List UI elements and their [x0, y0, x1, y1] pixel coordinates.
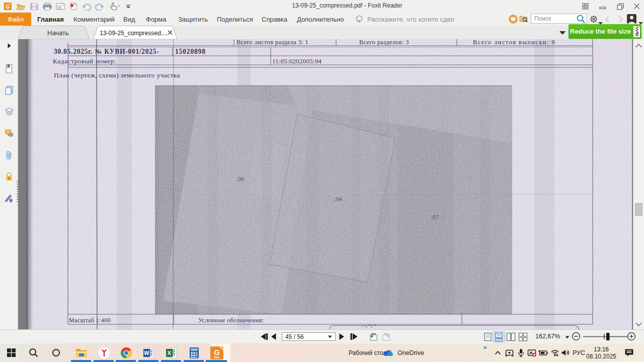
page-box-caret[interactable] [327, 335, 335, 339]
menu-extra[interactable]: Дополнительно [297, 13, 344, 26]
customize-quick-access-icon[interactable] [125, 1, 132, 12]
security-icon[interactable] [4, 171, 14, 182]
attachments-icon[interactable] [4, 150, 14, 160]
panel-resize-handle[interactable] [17, 181, 18, 203]
cadastral-map-scan: :96 :94 :97 [155, 85, 512, 314]
layout-grid-icon[interactable] [580, 2, 591, 11]
zoom-dropdown-caret[interactable] [565, 335, 570, 339]
running-indicator-calculator [184, 360, 204, 362]
battery-icon[interactable] [537, 343, 548, 362]
expand-panel-arrow-icon[interactable] [4, 41, 14, 51]
hand-tool-icon[interactable] [107, 1, 122, 12]
create-pdf-icon[interactable] [68, 1, 78, 12]
search-input[interactable] [531, 15, 576, 22]
toolbar-overflow-chevrons[interactable]: » [484, 344, 487, 351]
tab-list-dropdown-caret[interactable] [559, 31, 566, 35]
scrollbar-thumb[interactable] [635, 203, 642, 216]
page-number-value[interactable]: 45 / 56 [282, 333, 327, 340]
open-file-icon[interactable] [16, 1, 26, 12]
print-icon[interactable] [42, 1, 52, 12]
zoom-in-button[interactable] [627, 332, 636, 341]
previous-view-button[interactable] [368, 332, 379, 342]
chrome-icon[interactable] [115, 343, 137, 362]
screen-record-icon[interactable] [526, 343, 537, 362]
excel-icon[interactable]: X [160, 343, 183, 362]
scroll-up-arrow[interactable] [633, 42, 644, 50]
calculator-icon[interactable] [183, 343, 205, 362]
menu-home[interactable]: Главная [37, 13, 64, 26]
redo-icon[interactable] [94, 1, 105, 12]
foxit-reader-taskbar-icon[interactable]: GPDF [205, 343, 228, 362]
zoom-level-value[interactable]: 162,67% [535, 333, 560, 340]
vertical-scrollbar[interactable] [633, 39, 644, 329]
show-hidden-icons-chevron[interactable] [492, 343, 503, 362]
window-title: 13-09-25_compressed.pdf - Foxit Reader [282, 2, 413, 9]
yandex-browser-icon[interactable] [93, 343, 115, 362]
menu-file[interactable]: Файл [0, 13, 31, 26]
menu-help[interactable]: Справка [262, 13, 287, 26]
next-page-button[interactable] [339, 332, 345, 341]
plot-label-97: :97 [431, 214, 439, 221]
layout-single-page-button[interactable] [484, 332, 492, 341]
first-page-button[interactable] [259, 332, 269, 341]
svg-text:PDF: PDF [214, 355, 220, 358]
close-button[interactable] [631, 2, 642, 11]
word-icon[interactable]: W [137, 343, 160, 362]
minimize-button[interactable] [597, 2, 608, 11]
comments-icon[interactable] [4, 128, 14, 138]
plot-label-94: :94 [334, 196, 342, 203]
doc-scale-label: Масштаб 1:400 [69, 317, 111, 324]
onedrive-label[interactable]: OneDrive [397, 343, 424, 362]
favorite-heart-icon[interactable] [508, 14, 518, 26]
onedrive-icon[interactable] [381, 343, 396, 362]
action-center-icon[interactable] [622, 343, 636, 362]
email-icon[interactable] [55, 1, 65, 12]
layout-facing-button[interactable] [506, 332, 516, 341]
page-thumbnails-icon[interactable] [4, 85, 14, 95]
zoom-slider-thumb[interactable] [606, 333, 610, 340]
zoom-slider[interactable] [582, 332, 628, 341]
layout-continuous-button[interactable] [495, 332, 503, 341]
menu-comment[interactable]: Комментарий [73, 13, 115, 26]
file-explorer-icon[interactable] [70, 343, 93, 362]
language-indicator[interactable]: РУС [573, 343, 585, 362]
layers-icon[interactable] [4, 107, 14, 117]
save-icon[interactable] [29, 1, 39, 12]
foxit-logo-icon[interactable]: G [3, 1, 13, 12]
cortana-icon[interactable] [45, 343, 67, 362]
volume-icon[interactable] [560, 343, 571, 362]
menu-form[interactable]: Форма [146, 13, 167, 26]
display-connect-icon[interactable] [504, 343, 515, 362]
running-indicator-excel [161, 360, 181, 362]
title-bar: G [0, 0, 644, 13]
tab-start-label[interactable]: Начать [47, 29, 69, 37]
digital-signatures-icon[interactable] [4, 193, 14, 203]
microphone-icon[interactable] [515, 343, 526, 362]
taskbar-clock[interactable]: 13:16 08.10.2025 [586, 343, 617, 362]
search-magnifier-icon[interactable] [576, 14, 587, 23]
pdf-page-canvas[interactable]: :96 :94 :97 [26, 39, 632, 329]
page-number-box[interactable]: 45 / 56 [282, 332, 336, 341]
reduce-file-size-button[interactable]: Reduce the file size [569, 24, 641, 39]
layout-continuous-facing-button[interactable] [518, 332, 528, 341]
previous-page-button[interactable] [270, 332, 277, 341]
scroll-down-arrow[interactable] [633, 320, 644, 328]
running-indicator-yandex [94, 360, 114, 362]
next-view-button[interactable] [381, 332, 392, 342]
bookmarks-icon[interactable] [4, 63, 14, 73]
doc-cadastral-value: 11:05:0202005:94 [272, 57, 321, 65]
zoom-out-button[interactable] [572, 332, 581, 341]
undo-icon[interactable] [81, 1, 92, 12]
last-page-button[interactable] [350, 332, 360, 341]
menu-share[interactable]: Поделиться [217, 13, 253, 26]
assistant-hint[interactable]: Расскажите, что хотите сдел [367, 13, 454, 26]
menu-protect[interactable]: Защитить [178, 13, 208, 26]
search-box[interactable] [531, 14, 587, 24]
wifi-icon[interactable] [549, 343, 560, 362]
start-button[interactable] [0, 343, 23, 362]
search-in-folder-icon[interactable] [519, 15, 529, 25]
taskbar-search-icon[interactable] [22, 343, 45, 362]
restore-button[interactable] [615, 2, 626, 11]
menu-view[interactable]: Вид [123, 13, 135, 26]
tab-document-label[interactable]: 13-09-25_compressed.... [100, 30, 168, 37]
